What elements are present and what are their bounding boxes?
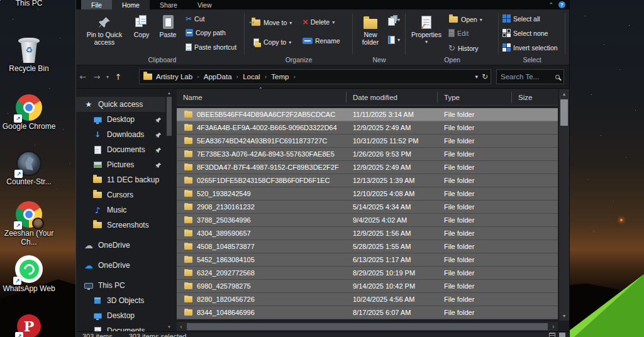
paste-shortcut-button[interactable]: Paste shortcut (186, 43, 236, 51)
table-row[interactable]: 6324_20927725688/29/2025 10:19 PMFile fo… (177, 267, 558, 280)
sidebar-item-downloads[interactable]: ↓Downloads (76, 127, 165, 142)
table-row[interactable]: 8F3DDA47-B7F4-4987-9152-CF89B3DE2F2F12/9… (177, 161, 558, 174)
cut-button[interactable]: ✂ Cut (186, 14, 204, 23)
list-vertical-scrollbar[interactable]: ▴ ▾ (558, 89, 569, 321)
table-row[interactable]: 2908_21301612325/14/2025 4:34 AMFile fol… (177, 201, 558, 214)
history-button[interactable]: ↻ History (448, 43, 479, 53)
table-row[interactable]: 4508_10485738775/28/2025 1:55 AMFile fol… (177, 240, 558, 253)
desktop-icon-pinterest[interactable]: P ↗ (0, 314, 58, 337)
scroll-left-icon[interactable]: ‹ (177, 323, 186, 330)
table-row[interactable]: 8344_10486469968/17/2025 6:07 AMFile fol… (177, 306, 558, 319)
table-row[interactable]: 7E738E33-A076-42A6-8943-557630FAE8E51/26… (177, 148, 558, 161)
tab-home[interactable]: Home (112, 0, 150, 9)
details-view-icon[interactable] (549, 333, 555, 337)
breadcrumb-separator[interactable]: › (292, 74, 296, 80)
new-folder-button[interactable]: New folder (355, 13, 386, 46)
table-row[interactable]: 520_193824254912/10/2025 4:08 AMFile fol… (177, 187, 558, 201)
breadcrumb-item[interactable]: AppData (201, 72, 235, 82)
scrollbar-thumb[interactable] (167, 97, 172, 136)
sidebar-item-quick-access[interactable]: ★Quick access (76, 97, 165, 112)
pinterest-icon: P ↗ (17, 314, 41, 337)
desktop-icon-whatsapp-web[interactable]: ↗ WhatsApp Web (0, 255, 58, 293)
table-row[interactable]: 5452_18630841056/13/2025 1:17 AMFile fol… (177, 253, 558, 267)
copy-button[interactable]: Copy (129, 13, 154, 38)
address-box[interactable]: Artistry Lab›AppData›Local›Temp› ▾ ↻ (139, 69, 491, 84)
sidebar-item-desktop[interactable]: Desktop (76, 308, 165, 323)
tab-share[interactable]: Share (150, 0, 187, 9)
rename-button[interactable]: Rename (303, 37, 340, 45)
desktop-icon-zeeshan-profile[interactable]: ↗ Zeeshan (Your Ch... (0, 201, 58, 246)
table-row[interactable]: 4304_38959065712/9/2025 1:56 AMFile fold… (177, 227, 558, 240)
desktop-icon-recycle-bin[interactable]: ♻ Recycle Bin (0, 36, 58, 73)
refresh-icon[interactable]: ↻ (482, 72, 488, 81)
sidebar-item-onedrive[interactable]: ☁OneDrive (76, 238, 165, 253)
scroll-right-icon[interactable]: › (549, 323, 558, 330)
pin-to-quick-access-button[interactable]: Pin to Quick access (84, 13, 125, 46)
desktop-icon-counter-strike[interactable]: ↗ Counter-Str... (0, 151, 58, 186)
desktop-icon-this-pc[interactable]: This PC (0, 0, 58, 8)
recent-locations-icon[interactable]: ▾ (104, 74, 111, 80)
scroll-down-icon[interactable]: ▾ (165, 324, 173, 329)
scrollbar-thumb[interactable] (187, 323, 548, 330)
sidebar-item-this-pc[interactable]: This PC (76, 278, 165, 293)
up-button[interactable]: ↑ (111, 72, 125, 82)
forward-button[interactable]: → (90, 72, 104, 82)
column-header-date-modified[interactable]: Date modified (347, 92, 438, 103)
search-input[interactable] (501, 73, 553, 80)
collapse-ribbon-icon[interactable]: ⌃ (548, 2, 553, 8)
tab-file[interactable]: File (81, 0, 112, 9)
select-all-button[interactable]: Select all (502, 14, 540, 23)
column-header-size[interactable]: Size (512, 92, 558, 103)
table-row[interactable]: 4F3A6A4B-EF9A-4002-B665-9096D3322D6412/9… (177, 121, 558, 135)
table-row[interactable]: 3788_2503649969/4/2025 4:02 AMFile folde… (177, 214, 558, 227)
move-to-button[interactable]: → Move to▾ (251, 18, 292, 28)
breadcrumb-item[interactable]: Artistry Lab (153, 72, 195, 82)
address-dropdown-icon[interactable]: ▾ (475, 74, 478, 80)
table-row[interactable]: 6980_4257982759/14/2025 10:42 PMFile fol… (177, 280, 558, 293)
search-icon[interactable] (555, 75, 560, 79)
invert-selection-button[interactable]: Invert selection (502, 43, 558, 52)
column-header-name[interactable]: Name ⌃ (177, 92, 347, 103)
column-header-type[interactable]: Type (438, 92, 512, 103)
tab-view[interactable]: View (187, 0, 222, 9)
open-button[interactable]: Open▾ (448, 14, 482, 25)
sidebar-item-3d-objects[interactable]: 3D Objects (76, 293, 165, 308)
sidebar-item-desktop[interactable]: Desktop (76, 112, 165, 127)
large-icons-view-icon[interactable] (559, 333, 565, 337)
breadcrumb-separator[interactable]: › (196, 74, 200, 80)
edit-button[interactable]: Edit (448, 29, 469, 37)
scroll-up-icon[interactable]: ▴ (165, 91, 173, 96)
copy-to-button[interactable]: Copy to▾ (251, 37, 291, 47)
breadcrumb-separator[interactable]: › (264, 74, 268, 80)
sidebar-item-music[interactable]: ♪Music (76, 202, 165, 218)
table-row[interactable]: 0BEE5B546FF44D89AA6CF2F2AB5CDCAC11/11/20… (177, 108, 558, 121)
breadcrumb-item[interactable]: Local (240, 72, 263, 82)
scroll-up-icon[interactable]: ▴ (559, 91, 569, 97)
sidebar-item-screenshots[interactable]: Screenshots (76, 218, 165, 233)
paste-button[interactable]: Paste (155, 13, 180, 38)
breadcrumb-separator[interactable]: › (236, 74, 240, 80)
select-none-button[interactable]: Select none (502, 29, 548, 37)
sidebar-item-pictures[interactable]: Pictures (76, 157, 165, 172)
delete-button[interactable]: × Delete▾ (303, 18, 335, 26)
breadcrumb-item[interactable]: Temp (269, 72, 291, 82)
properties-button[interactable]: ✓ Properties▾ (408, 13, 445, 46)
sidebar-item-cursors[interactable]: Cursors (76, 187, 165, 202)
table-row[interactable]: 5EA83674BD424A93B91FC6911873727C10/31/20… (177, 135, 558, 148)
sidebar-item-onedrive[interactable]: ☁OneDrive (76, 258, 165, 273)
file-name: 520_1938242549 (197, 190, 251, 197)
help-icon[interactable]: ? (558, 1, 565, 8)
scroll-down-icon[interactable]: ▾ (559, 313, 569, 319)
sidebar-item-documents[interactable]: Documents (76, 142, 165, 157)
table-row[interactable]: 0265F1DFE5B243158CF38B6F0FD6F1EC12/13/20… (177, 174, 558, 187)
sidebar-scrollbar[interactable]: ▴ ▾ (165, 89, 173, 331)
easy-access-button[interactable]: ▾ (388, 36, 400, 44)
copy-path-button[interactable]: Copy path (186, 29, 226, 36)
back-button[interactable]: ← (76, 72, 90, 82)
sidebar-item-11-dec-backup[interactable]: 11 DEC backup (76, 172, 165, 187)
list-horizontal-scrollbar[interactable]: ‹ › (177, 322, 558, 331)
table-row[interactable]: 8280_182045672610/24/2025 4:56 AMFile fo… (177, 293, 558, 306)
new-item-button[interactable]: ▾ (388, 16, 400, 24)
scrollbar-thumb[interactable] (560, 99, 568, 126)
desktop-icon-google-chrome[interactable]: ↗ Google Chrome (0, 94, 58, 131)
